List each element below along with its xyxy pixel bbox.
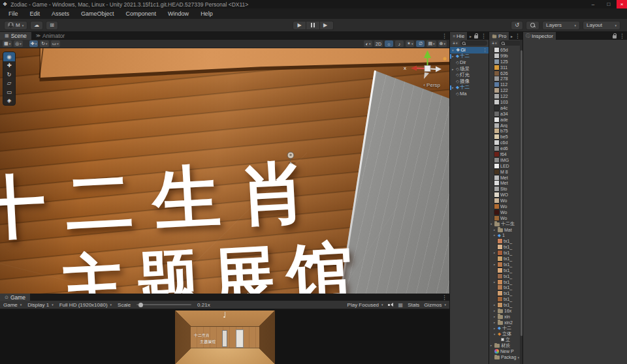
project-item-38[interactable]: tx1_ (489, 267, 520, 273)
project-panel-menu-icon[interactable]: ⋮ (515, 33, 521, 39)
menu-file[interactable]: File (3, 10, 24, 17)
tab-scroll-icon[interactable]: ▸ (470, 34, 472, 38)
project-item-14[interactable]: b75 (489, 128, 520, 134)
project-item-45[interactable]: ▸16x (489, 308, 520, 314)
hierarchy-row-7[interactable]: ◇Ma (450, 91, 489, 97)
project-item-48[interactable]: ▸◆十二 (489, 326, 520, 331)
project-item-27[interactable]: Wo (489, 204, 520, 209)
maximize-button[interactable]: □ (601, 0, 617, 8)
view-tool-button[interactable]: ◉ (3, 52, 15, 61)
project-item-25[interactable]: WO (489, 192, 520, 198)
tab-hierarchy[interactable]: ≡Hie (450, 32, 467, 40)
expand-right-icon[interactable]: ▸ (494, 251, 496, 254)
menu-help[interactable]: Help (195, 10, 219, 17)
pivot-button[interactable]: ◎▾ (14, 40, 23, 47)
vsync-grid-icon[interactable]: ▦ (398, 302, 404, 308)
component-button[interactable]: ⊕▾ (438, 40, 447, 47)
stats-button[interactable]: Stats (408, 302, 419, 308)
close-button[interactable]: × (617, 0, 627, 8)
project-item-39[interactable]: tx1_ (489, 273, 520, 279)
expand-right-icon[interactable]: ▸ (452, 85, 455, 89)
project-item-30[interactable]: ▾十二生 (489, 221, 520, 227)
project-item-34[interactable]: tx1_ (489, 244, 520, 250)
project-item-50[interactable]: 立 (489, 337, 520, 343)
hierarchy-row-2[interactable]: ◇Dir (450, 59, 489, 66)
project-item-33[interactable]: tx1_ (489, 238, 520, 244)
menu-component[interactable]: Component (120, 10, 163, 17)
project-item-2[interactable]: 125 (489, 59, 520, 65)
project-item-44[interactable]: ▸tx1_ (489, 302, 520, 308)
project-item-5[interactable]: 278 (489, 76, 520, 82)
project-item-35[interactable]: ▸tx1_ (489, 250, 520, 256)
menu-window[interactable]: Window (162, 10, 195, 17)
grid_snap-button[interactable]: ▦▾ (3, 40, 12, 47)
tab-project[interactable]: Pro (489, 32, 509, 40)
expand-right-icon[interactable]: ▸ (494, 234, 496, 237)
expand-right-icon[interactable]: ▸ (490, 344, 493, 347)
tab-scene[interactable]: ▦Scene (0, 32, 31, 40)
project-item-40[interactable]: ▸tx1_ (489, 279, 520, 285)
project-item-20[interactable]: LED (489, 163, 520, 169)
project-item-43[interactable]: tx1_ (489, 296, 520, 302)
hierarchy-row-0[interactable]: ▾❖Gi⋮ (450, 47, 489, 53)
menu-edit[interactable]: Edit (24, 10, 46, 17)
expand-right-icon[interactable]: ▸ (494, 303, 496, 307)
project-item-7[interactable]: 122 (489, 87, 520, 93)
scene-viewport[interactable]: 十二生肖 主题展馆 (0, 48, 449, 294)
expand-right-icon[interactable]: ▸ (494, 315, 496, 318)
expand-down-icon[interactable]: ▾ (452, 48, 455, 52)
mute-audio-icon[interactable] (388, 302, 394, 308)
expand-down-icon[interactable]: ▾ (490, 222, 493, 226)
hierarchy-row-5[interactable]: ◇摄像 (450, 78, 489, 85)
lock-icon[interactable] (474, 33, 479, 39)
step-button[interactable]: ▶ (320, 21, 334, 30)
scale-slider-knob[interactable] (138, 303, 143, 307)
audio-button[interactable]: ♪ (395, 40, 404, 47)
minimize-button[interactable]: – (585, 0, 601, 8)
project-item-37[interactable]: ▸tx1_ (489, 262, 520, 267)
display-dropdown[interactable]: Display 1▾ (27, 302, 53, 308)
project-item-22[interactable]: Met (489, 175, 520, 181)
project-item-10[interactable]: a4c (489, 105, 520, 111)
2D-button[interactable]: 2D (374, 40, 383, 47)
project-item-21[interactable]: M 8 (489, 169, 520, 175)
menu-assets[interactable]: Assets (46, 10, 75, 17)
hierarchy-row-1[interactable]: ▸◆十二 (450, 53, 489, 60)
search-button[interactable] (526, 21, 539, 30)
play-button[interactable]: ▶ (293, 21, 306, 30)
project-item-24[interactable]: Sto (489, 186, 520, 192)
camera-button[interactable]: ▤▾ (426, 40, 436, 47)
transform-tool-button[interactable]: ◈ (3, 97, 15, 106)
project-item-19[interactable]: IMG (489, 157, 520, 163)
project-item-49[interactable]: ▾◆立体 (489, 331, 520, 337)
hierarchy-add-button[interactable]: +▾ (451, 40, 459, 46)
game-view-dropdown[interactable]: Game▾ (3, 302, 22, 308)
undo-history-button[interactable]: ↺ (511, 21, 523, 30)
project-add-button[interactable]: +▾ (490, 40, 498, 46)
expand-right-icon[interactable]: ▸ (494, 327, 496, 330)
expand-right-icon[interactable]: ▸ (452, 54, 455, 58)
expand-right-icon[interactable]: ▸ (494, 309, 496, 312)
project-item-1[interactable]: 99b (489, 53, 520, 59)
project-item-26[interactable]: Wo (489, 198, 520, 204)
hierarchy-search-input[interactable] (460, 40, 487, 46)
project-item-9[interactable]: 103 (489, 99, 520, 105)
tab-scroll-icon[interactable]: ▸ (511, 34, 513, 38)
project-item-51[interactable]: ▸材质 (489, 342, 520, 348)
rect-button[interactable]: ▭▾ (51, 40, 60, 47)
project-item-4[interactable]: 626 (489, 70, 520, 76)
lock-icon[interactable] (612, 33, 617, 39)
menu-gameobject[interactable]: GameObject (75, 10, 120, 17)
project-item-36[interactable]: tx1_ (489, 256, 520, 262)
project-item-6[interactable]: 112 (489, 82, 520, 87)
project-item-15[interactable]: be5 (489, 134, 520, 140)
project-item-3[interactable]: 311 (489, 65, 520, 70)
project-item-47[interactable]: ▸xin2 (489, 320, 520, 326)
rotate-button[interactable]: ↻▾ (40, 40, 48, 47)
project-item-29[interactable]: Wo (489, 215, 520, 221)
project-item-18[interactable]: f64 (489, 151, 520, 157)
scene-panel-menu-icon[interactable]: ⋮ (442, 33, 447, 39)
game-viewport[interactable]: 十二生肖 主题展馆 (0, 309, 449, 364)
hierarchy-row-3[interactable]: ▸◇场景 (450, 66, 489, 72)
move-tool-button[interactable]: ✚ (3, 61, 15, 70)
